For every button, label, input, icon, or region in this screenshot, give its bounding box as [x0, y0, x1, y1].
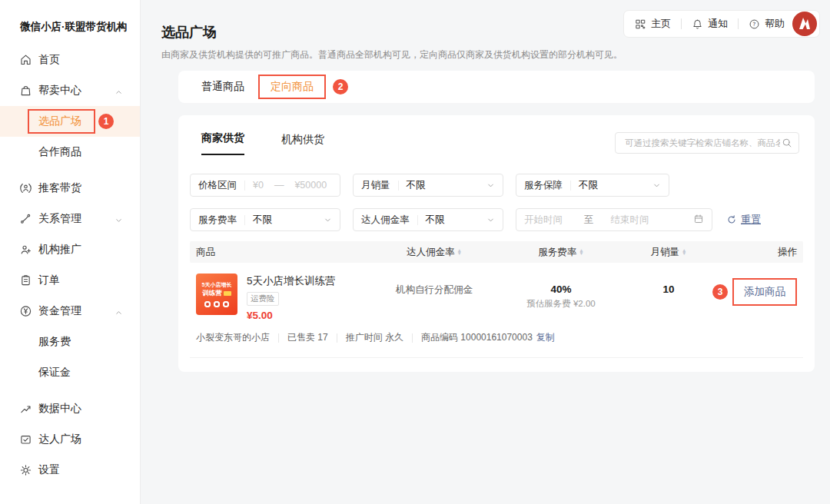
brand-title: 微信小店·联盟带货机构 [0, 20, 140, 34]
sidebar-nav: 首页 帮卖中心 选品广场 1 合作商品 [0, 45, 140, 486]
topbar-notifications[interactable]: 通知 [692, 17, 728, 31]
sidebar-item-selection-plaza[interactable]: 选品广场 1 [0, 106, 140, 137]
filter-value: 不限 [426, 214, 487, 227]
topbar-help-label: 帮助 [765, 17, 785, 31]
product-code: 商品编码 10000161070003 [421, 331, 533, 344]
divider [417, 215, 418, 225]
product-image[interactable]: 5天小店增长 训练营 [196, 274, 237, 315]
header-service-fee-rate[interactable]: 服务费率▲▼ [492, 246, 630, 259]
annotation-step-2: 定向商品 2 [258, 75, 348, 99]
tab-targeted-products[interactable]: 定向商品 [258, 75, 326, 99]
sidebar-item-funds[interactable]: 资金管理 [0, 296, 140, 327]
filter-service-guarantee[interactable]: 服务保障 不限 [516, 174, 669, 197]
sidebar-item-data-center[interactable]: 数据中心 [0, 393, 140, 424]
thumb-tag [224, 291, 231, 296]
price-dash: — [274, 180, 284, 191]
filter-commission-rate[interactable]: 达人佣金率 不限 [353, 208, 503, 231]
svg-text:?: ? [753, 21, 756, 28]
sidebar-item-label: 选品广场 [28, 109, 95, 134]
sidebar: 微信小店·联盟带货机构 首页 帮卖中心 选品广场 [0, 0, 141, 504]
sidebar-item-label: 关系管理 [0, 212, 81, 226]
relations-icon [19, 213, 32, 226]
sort-icon[interactable]: ▲▼ [457, 249, 462, 256]
product-tag-freight-insurance: 运费险 [247, 292, 279, 306]
home-icon [19, 54, 32, 67]
header-product: 商品 [190, 246, 377, 259]
filter-label: 服务保障 [524, 179, 563, 192]
step-badge-1: 1 [98, 114, 114, 129]
promoter-icon [19, 182, 32, 195]
sort-icon[interactable]: ▲▼ [579, 249, 583, 256]
filter-date-range[interactable]: 开始时间 至 结束时间 [516, 208, 712, 231]
calendar-icon [693, 214, 704, 227]
sidebar-item-talent-plaza[interactable]: 达人广场 [0, 424, 140, 455]
copy-code-link[interactable]: 复制 [536, 331, 555, 344]
filter-label: 价格区间 [198, 179, 237, 192]
chevron-up-icon [115, 307, 123, 316]
sidebar-item-label: 达人广场 [0, 433, 81, 446]
annotation-step-1: 选品广场 1 [28, 109, 114, 134]
bell-icon [692, 18, 703, 30]
tab-merchant-supply[interactable]: 商家供货 [201, 131, 244, 155]
shop-name: 小裂变东哥的小店 [196, 331, 270, 344]
sidebar-item-promoter-sales[interactable]: 推客带货 [0, 173, 140, 204]
gear-icon [19, 464, 32, 477]
product-meta-line: 小裂变东哥的小店 已售卖 17 推广时间 永久 商品编码 10000161070… [196, 331, 803, 344]
topbar-notifications-label: 通知 [708, 17, 728, 31]
thumb-text: 训练营 [202, 289, 222, 298]
refresh-icon [726, 214, 737, 225]
sidebar-item-label: 帮卖中心 [0, 84, 81, 98]
topbar-home[interactable]: 主页 [635, 17, 671, 31]
sidebar-item-service-fee[interactable]: 服务费 [0, 327, 140, 357]
envelope-check-icon [19, 433, 32, 446]
sidebar-item-deposit[interactable]: 保证金 [0, 357, 140, 388]
divider [244, 181, 245, 191]
page-description: 由商家及供货机构提供的可推广商品。普通商品全部机构可见，定向商品仅商家及供货机构… [161, 48, 622, 61]
filter-label: 月销量 [361, 179, 390, 192]
sidebar-item-settings[interactable]: 设置 [0, 455, 140, 486]
divider [570, 181, 571, 191]
sidebar-item-agency-promotion[interactable]: 机构推广 [0, 234, 140, 265]
sidebar-item-relations[interactable]: 关系管理 [0, 204, 140, 234]
divider [738, 18, 739, 29]
filter-monthly-sales[interactable]: 月销量 不限 [353, 174, 503, 197]
product-table: 商品 达人佣金率▲▼ 服务费率▲▼ 月销量▲▼ 操作 [190, 241, 803, 321]
annotation-step-3: 3 添加商品 [707, 274, 797, 306]
bag-icon [19, 85, 32, 98]
sidebar-item-label: 推客带货 [0, 181, 81, 195]
orders-icon [19, 274, 32, 287]
sidebar-item-sell-center[interactable]: 帮卖中心 [0, 75, 140, 106]
search-box[interactable] [615, 132, 799, 154]
sidebar-item-label: 服务费 [0, 335, 71, 349]
product-title[interactable]: 5天小店增长训练营 [247, 274, 336, 288]
price-max-input[interactable]: ¥50000 [294, 180, 327, 191]
header-commission-rate[interactable]: 达人佣金率▲▼ [377, 246, 492, 259]
sidebar-item-cooperation-products[interactable]: 合作商品 [0, 137, 140, 167]
divider [244, 215, 245, 225]
sidebar-item-label: 数据中心 [0, 402, 81, 416]
reset-filters-link[interactable]: 重置 [726, 213, 761, 227]
add-product-button[interactable]: 添加商品 [732, 278, 797, 306]
date-start-input[interactable]: 开始时间 [524, 214, 563, 227]
tab-agency-supply[interactable]: 机构供货 [281, 133, 324, 155]
supply-tabs-row: 商家供货 机构供货 [178, 115, 815, 155]
search-input[interactable] [623, 138, 782, 148]
sort-icon[interactable]: ▲▼ [682, 249, 686, 256]
filter-service-fee-rate[interactable]: 服务费率 不限 [190, 208, 340, 231]
table-row: 5天小店增长 训练营 5天小店增长训练营 运费险 ¥5.00 机构自行分配佣金 … [190, 263, 803, 321]
page-header: 选品广场 由商家及供货机构提供的可推广商品。普通商品全部机构可见，定向商品仅商家… [161, 23, 622, 61]
account-avatar[interactable] [792, 12, 817, 36]
header-monthly-sales[interactable]: 月销量▲▼ [630, 246, 707, 259]
sidebar-item-home[interactable]: 首页 [0, 45, 140, 75]
date-end-input[interactable]: 结束时间 [611, 214, 649, 227]
sidebar-item-label: 资金管理 [0, 304, 81, 318]
divider [681, 18, 682, 29]
service-fee-rate-value: 40% [492, 274, 630, 295]
sidebar-item-orders[interactable]: 订单 [0, 265, 140, 296]
filter-price-range[interactable]: 价格区间 ¥0 — ¥50000 [190, 174, 340, 197]
date-to-label: 至 [584, 214, 594, 227]
topbar-help[interactable]: ? 帮助 [749, 17, 785, 31]
price-min-input[interactable]: ¥0 [253, 180, 264, 191]
chevron-down-icon [486, 181, 495, 190]
tab-normal-products[interactable]: 普通商品 [201, 80, 244, 94]
